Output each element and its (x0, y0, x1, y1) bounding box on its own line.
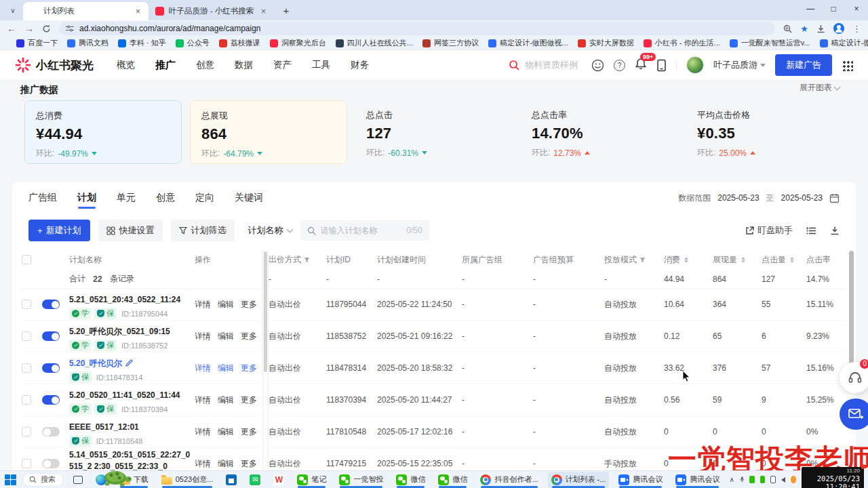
recorder-tray-icon[interactable] (791, 476, 795, 483)
tray-expand-icon[interactable]: ∧ (729, 476, 734, 483)
account-name[interactable]: 叶子品质游 (713, 59, 766, 71)
plan-search[interactable]: 0/50 (300, 220, 429, 241)
edit-link[interactable]: 编辑 (218, 426, 234, 438)
entity-tab[interactable]: 关键词 (235, 183, 263, 213)
expand-charts-link[interactable]: 展开图表 (800, 82, 840, 94)
status-toggle[interactable] (42, 427, 60, 436)
plan-filter-button[interactable]: 计划筛选 (171, 220, 235, 241)
more-link[interactable]: 更多 (241, 426, 257, 438)
avatar[interactable] (686, 56, 704, 74)
zoom-icon[interactable] (783, 24, 792, 33)
date-to[interactable]: 2025-05-23 (781, 193, 823, 203)
new-tab-button[interactable]: + (278, 2, 294, 18)
site-settings-icon[interactable] (66, 24, 74, 33)
row-checkbox[interactable] (22, 459, 31, 468)
plan-name[interactable]: 5.21_0521_20:43_0522_11:24 (69, 295, 180, 304)
entity-tab[interactable]: 单元 (117, 183, 136, 213)
plan-name[interactable]: 5.20_呼伦贝尔 (69, 359, 122, 368)
row-checkbox[interactable] (22, 300, 31, 309)
name-field-select[interactable]: 计划名称 (248, 224, 292, 237)
edit-link[interactable]: 编辑 (218, 299, 234, 310)
col-click[interactable]: 点击量 (762, 254, 806, 266)
support-button[interactable]: 0 (840, 362, 868, 393)
nav-item[interactable]: 工具 (312, 59, 330, 71)
taskbar-item[interactable]: 计划列表 -... (548, 472, 610, 488)
taskbar-item[interactable]: 微信 (435, 472, 471, 488)
help-icon[interactable]: ? (614, 60, 625, 71)
edit-link[interactable]: 编辑 (218, 458, 234, 470)
entity-tab[interactable]: 定向 (195, 183, 214, 213)
nav-item[interactable]: 推广 (155, 59, 176, 72)
nav-item[interactable]: 概览 (117, 59, 135, 71)
more-link[interactable]: 更多 (241, 299, 257, 310)
bookmark-item[interactable]: 稿定设计-做图做视... (488, 38, 568, 48)
filter-icon[interactable] (639, 257, 646, 263)
row-checkbox[interactable] (22, 427, 31, 436)
minimize-button[interactable]: — (799, 0, 822, 18)
download-icon[interactable] (830, 226, 840, 235)
taskbar-item[interactable]: 抖音创作者... (477, 472, 541, 488)
col-impr[interactable]: 展现量 (713, 254, 762, 266)
status-toggle[interactable] (42, 459, 60, 468)
taskbar-item[interactable]: 一觉智投 (336, 472, 387, 488)
bookmark-star-icon[interactable]: ★ (800, 24, 808, 34)
plan-name[interactable]: 5.20_呼伦贝尔_0521_09:15 (69, 327, 170, 336)
taskbar-item[interactable] (70, 472, 86, 488)
message-button[interactable] (840, 399, 868, 430)
detail-link[interactable]: 详情 (195, 331, 211, 342)
taskbar-search[interactable]: 搜索 (22, 473, 64, 487)
status-toggle[interactable] (42, 395, 60, 405)
bookmark-item[interactable]: 李科 · 知乎 (118, 38, 166, 48)
col-bid[interactable]: 出价方式 (269, 254, 326, 266)
taskbar-item[interactable] (222, 472, 240, 488)
tab-search-chevron-icon[interactable]: ∨ (5, 3, 20, 18)
header-search[interactable]: 物料资质样例 (509, 59, 578, 71)
omnibox[interactable]: ad.xiaohongshu.com/aurora/ad/manage/camp… (59, 22, 775, 35)
wechat-tray-icon[interactable] (760, 476, 765, 483)
taskbar-item[interactable] (246, 472, 264, 488)
row-checkbox[interactable] (22, 331, 31, 341)
display-tray-icon[interactable] (770, 476, 776, 483)
col-cost[interactable]: 消费 (664, 254, 713, 266)
stat-card[interactable]: 总点击率 14.70% 环比: 12.73% (521, 100, 678, 164)
download-icon[interactable] (816, 24, 825, 33)
more-link[interactable]: 更多 (241, 394, 257, 406)
monitor-assistant-link[interactable]: 盯盘助手 (745, 224, 793, 237)
bookmark-item[interactable]: 网签三方协议 (422, 38, 479, 48)
taskbar-item[interactable]: 微信 (393, 472, 429, 488)
bookmark-item[interactable]: 腾讯文档 (67, 38, 108, 48)
col-name[interactable]: 计划名称 (69, 254, 195, 266)
menu-dots-icon[interactable]: ⋮ (852, 24, 861, 34)
stat-card[interactable]: 总展现 864 环比: -64.79% (190, 100, 347, 164)
bookmark-item[interactable]: 小红书 - 你的生活... (644, 38, 720, 48)
microphone-icon[interactable] (740, 475, 745, 484)
notifications[interactable]: 99+ (635, 58, 647, 73)
row-checkbox[interactable] (22, 395, 31, 405)
calendar-icon[interactable] (829, 193, 840, 203)
detail-link[interactable]: 详情 (195, 363, 211, 374)
entity-tab[interactable]: 广告组 (28, 183, 57, 213)
new-ad-button[interactable]: 新建广告 (775, 54, 832, 76)
forward-icon[interactable]: → (24, 23, 34, 34)
more-link[interactable]: 更多 (241, 363, 257, 374)
bookmark-item[interactable]: 百度一下 (16, 38, 58, 48)
taskbar-item[interactable] (270, 472, 288, 488)
entity-tab[interactable]: 计划 (77, 183, 96, 213)
column-settings-icon[interactable] (806, 226, 816, 235)
bookmark-item[interactable]: 一觉醒来智慧运营v... (730, 38, 810, 48)
mobile-icon[interactable] (656, 59, 667, 72)
edit-link[interactable]: 编辑 (218, 363, 234, 374)
bookmark-item[interactable]: 实时大屏数据 (578, 38, 634, 48)
col-created[interactable]: 计划创建时间 (377, 254, 462, 266)
maximize-button[interactable]: □ (822, 0, 845, 18)
nav-item[interactable]: 资产 (273, 59, 292, 71)
plan-search-input[interactable] (321, 226, 395, 235)
tab-close-icon[interactable]: × (260, 7, 267, 16)
stat-card[interactable]: 总点击 127 环比: -60.31% (355, 100, 513, 164)
taskbar-item[interactable]: 笔记 (294, 472, 330, 488)
bookmark-item[interactable]: 公众号 (176, 38, 210, 48)
browser-tab[interactable]: 计划列表 × (23, 2, 149, 20)
bookmark-item[interactable]: 荔枝微课 (219, 38, 260, 48)
entity-tab[interactable]: 创意 (156, 183, 175, 213)
edit-pencil-icon[interactable] (125, 359, 133, 367)
